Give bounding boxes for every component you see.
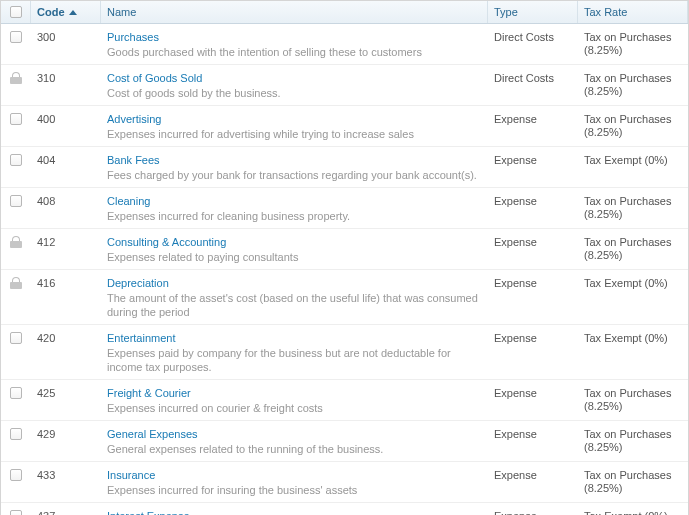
row-name-cell: Bank FeesFees charged by your bank for t… [101,153,488,182]
row-name-link[interactable]: Depreciation [107,277,169,289]
row-type: Expense [488,331,578,374]
row-name-link[interactable]: Cleaning [107,195,150,207]
row-name-link[interactable]: Insurance [107,469,155,481]
row-type: Expense [488,276,578,319]
row-select[interactable] [1,386,31,415]
checkbox-icon [10,332,22,344]
row-tax: Tax on Purchases (8.25%) [578,427,688,456]
header-code-label: Code [37,6,65,18]
row-tax: Tax on Purchases (8.25%) [578,112,688,141]
row-select[interactable] [1,112,31,141]
row-description: Fees charged by your bank for transactio… [107,168,482,182]
row-type: Expense [488,386,578,415]
row-code: 416 [31,276,101,319]
row-name-link[interactable]: Interest Expense [107,510,190,515]
row-lock [1,71,31,100]
lock-icon [10,72,22,84]
row-tax: Tax on Purchases (8.25%) [578,386,688,415]
row-select[interactable] [1,194,31,223]
row-select[interactable] [1,153,31,182]
row-name-cell: Interest ExpenseAny interest expenses pa… [101,509,488,515]
row-type: Direct Costs [488,71,578,100]
table-body: 300PurchasesGoods purchased with the int… [1,24,688,515]
checkbox-icon [10,195,22,207]
row-description: Cost of goods sold by the business. [107,86,482,100]
table-row: 437Interest ExpenseAny interest expenses… [1,503,688,515]
table-header: Code Name Type Tax Rate [1,0,688,24]
row-description: Expenses incurred for insuring the busin… [107,483,482,497]
table-row: 425Freight & CourierExpenses incurred on… [1,380,688,421]
row-code: 408 [31,194,101,223]
lock-icon [10,277,22,289]
table-row: 416DepreciationThe amount of the asset's… [1,270,688,325]
checkbox-icon [10,31,22,43]
table-row: 420EntertainmentExpenses paid by company… [1,325,688,380]
row-name-link[interactable]: Purchases [107,31,159,43]
row-name-cell: DepreciationThe amount of the asset's co… [101,276,488,319]
row-name-link[interactable]: Consulting & Accounting [107,236,226,248]
row-name-cell: Cost of Goods SoldCost of goods sold by … [101,71,488,100]
table-row: 408CleaningExpenses incurred for cleanin… [1,188,688,229]
row-type: Expense [488,153,578,182]
row-name-cell: General ExpensesGeneral expenses related… [101,427,488,456]
row-type: Direct Costs [488,30,578,59]
row-name-link[interactable]: Advertising [107,113,161,125]
header-tax[interactable]: Tax Rate [578,1,688,23]
row-select[interactable] [1,509,31,515]
row-tax: Tax on Purchases (8.25%) [578,468,688,497]
row-tax: Tax Exempt (0%) [578,276,688,319]
checkbox-icon [10,469,22,481]
row-name-link[interactable]: General Expenses [107,428,198,440]
row-type: Expense [488,427,578,456]
table-row: 310Cost of Goods SoldCost of goods sold … [1,65,688,106]
row-tax: Tax Exempt (0%) [578,153,688,182]
row-name-link[interactable]: Entertainment [107,332,175,344]
table-row: 400AdvertisingExpenses incurred for adve… [1,106,688,147]
header-type[interactable]: Type [488,1,578,23]
row-name-cell: AdvertisingExpenses incurred for adverti… [101,112,488,141]
row-code: 420 [31,331,101,374]
row-type: Expense [488,468,578,497]
table-row: 404Bank FeesFees charged by your bank fo… [1,147,688,188]
header-code[interactable]: Code [31,1,101,23]
row-tax: Tax on Purchases (8.25%) [578,30,688,59]
checkbox-icon [10,428,22,440]
row-tax: Tax on Purchases (8.25%) [578,71,688,100]
header-type-label: Type [494,6,518,18]
lock-icon [10,236,22,248]
row-name-link[interactable]: Cost of Goods Sold [107,72,202,84]
row-code: 412 [31,235,101,264]
row-select[interactable] [1,331,31,374]
row-tax: Tax on Purchases (8.25%) [578,235,688,264]
row-select[interactable] [1,427,31,456]
row-description: Expenses paid by company for the busines… [107,346,482,374]
checkbox-icon [10,387,22,399]
row-lock [1,235,31,264]
row-name-link[interactable]: Freight & Courier [107,387,191,399]
header-select-all[interactable] [1,1,31,23]
row-description: Goods purchased with the intention of se… [107,45,482,59]
row-type: Expense [488,112,578,141]
row-name-link[interactable]: Bank Fees [107,154,160,166]
row-name-cell: InsuranceExpenses incurred for insuring … [101,468,488,497]
row-select[interactable] [1,30,31,59]
accounts-table: Code Name Type Tax Rate 300PurchasesGood… [0,0,689,515]
row-lock [1,276,31,319]
row-code: 310 [31,71,101,100]
row-description: The amount of the asset's cost (based on… [107,291,482,319]
row-description: General expenses related to the running … [107,442,482,456]
checkbox-icon [10,6,22,18]
row-code: 404 [31,153,101,182]
row-description: Expenses incurred for advertising while … [107,127,482,141]
checkbox-icon [10,154,22,166]
table-row: 429General ExpensesGeneral expenses rela… [1,421,688,462]
header-name[interactable]: Name [101,1,488,23]
row-code: 300 [31,30,101,59]
row-select[interactable] [1,468,31,497]
row-description: Expenses incurred for cleaning business … [107,209,482,223]
row-type: Expense [488,235,578,264]
row-tax: Tax Exempt (0%) [578,509,688,515]
table-row: 300PurchasesGoods purchased with the int… [1,24,688,65]
row-tax: Tax Exempt (0%) [578,331,688,374]
row-name-cell: CleaningExpenses incurred for cleaning b… [101,194,488,223]
